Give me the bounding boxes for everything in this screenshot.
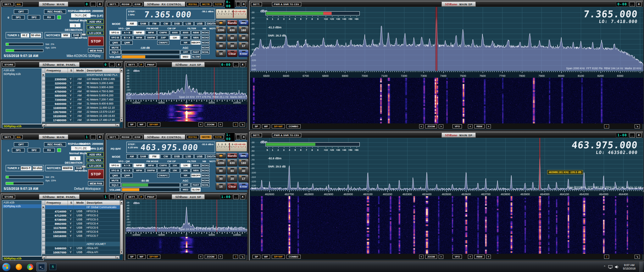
mode-dsb[interactable]: DSB [172,21,182,26]
agc-med[interactable]: MED [180,55,191,59]
aux-spectrum-canvas[interactable] [126,67,247,105]
close-button[interactable]: X [242,2,246,7]
table-row[interactable]: 4750000 Y AM 60 Meters 4.750-5.060 [42,89,120,94]
bank-sdrplay[interactable]: SDRplay.s1b [3,204,42,208]
filter-10k[interactable]: 10K [170,163,180,167]
vfo-b[interactable]: VFO B [109,168,121,173]
table-row[interactable]: 17480000 Y AM 16 Meters 17.480-17.90 [42,118,120,122]
rbw-down-button[interactable]: < [468,124,473,128]
band-30[interactable]: 130 [216,175,226,182]
decimation-value[interactable]: 1 [70,23,80,27]
b-to-a[interactable]: B > A [121,168,133,173]
minimize-button[interactable]: _ [91,135,96,139]
notch-mwfm-button[interactable]: MW/FM [62,166,73,170]
nch2[interactable]: NCH2 [201,168,209,173]
squelch-bar[interactable] [121,50,180,54]
band-17[interactable]: 317 [238,175,249,182]
notch-mw-button[interactable]: MW [61,33,70,37]
cwafc[interactable]: CWAFC [157,173,169,178]
zoom-label[interactable]: ZOOM [205,255,217,259]
table-row[interactable]: 3200000 Y AM 90 Meters 3.200-3.400 [42,81,120,85]
bank-a18[interactable]: A18.s1b [3,201,42,204]
zoom-out-button[interactable]: < [198,122,203,127]
taskbar-icon-console[interactable]: >_ [36,263,47,271]
waterfall-canvas[interactable] [250,78,643,124]
add-vrx-button[interactable]: ADD VRX [87,152,104,156]
store-button[interactable]: STORE [3,195,15,199]
sett-button[interactable]: SETT. [3,135,14,139]
tuned-frequency[interactable]: 463.975.000 [140,143,199,151]
sp-button[interactable]: SP [128,255,136,259]
mute[interactable]: MUTE [109,46,121,50]
sp1-button[interactable]: SP1 [12,15,25,20]
band-630[interactable]: 8630 [227,159,237,166]
col-s[interactable]: S [68,68,74,73]
table-row[interactable]: 8992000 Y USB HFGCS-4 [42,222,120,226]
resize-handle[interactable]: ↘ [635,255,640,259]
close-button[interactable]: X [636,133,641,138]
nchl[interactable]: NCHL [201,183,209,187]
exw-button[interactable]: EXW [133,135,142,139]
zoom-label[interactable]: ZOOM [425,124,437,128]
fm-wfm[interactable]: WFM [133,168,145,173]
rdsw-button[interactable]: RDSW [120,135,131,139]
col-description[interactable]: Description [86,201,120,205]
sp-wf-button[interactable]: SP+WF [147,122,160,127]
stop-button[interactable]: STOP [88,169,104,179]
volume-label[interactable]: VOLUME [109,55,121,59]
wf-button[interactable]: WF [262,124,270,128]
fm-swfm[interactable]: SWFM [145,36,157,40]
zap[interactable]: ZAP [157,168,169,173]
cwpk[interactable]: CWPK [157,31,169,35]
squelch-level[interactable]: -130 dB [133,46,157,50]
table-row[interactable]: 2300000 Y AM 120 Meters 2.300-2.495 [42,77,120,81]
info-button[interactable]: i [233,122,238,127]
minimize-button[interactable]: _ [630,133,635,138]
mode-fm[interactable]: FM [149,21,160,26]
decimation-value[interactable]: 1 [70,156,80,160]
rec-panel-button[interactable]: REC PANEL [44,9,66,14]
resize-handle[interactable]: ↘ [240,255,245,259]
start-button[interactable] [2,263,11,271]
sp-wf-button[interactable]: SP+WF [272,124,285,128]
filter-20k[interactable]: 20K [180,36,191,40]
table-row[interactable]: 13200000 Y USB HFGCS-6 [42,230,120,234]
table-row[interactable]: 6712000 Y USB HFGCS-2 [42,213,120,218]
pmaf-button[interactable]: PMAF [145,63,156,67]
aux-waterfall-canvas[interactable] [126,237,247,255]
tuner-input-button[interactable]: HI Z [21,33,29,37]
nbw[interactable]: NBW [191,31,201,35]
pwr-snr-csv-button[interactable]: PWR & SNR TO CSV [272,133,301,137]
nch4[interactable]: NCH4 [201,46,209,50]
close-button[interactable]: X [240,195,245,199]
vfo-button[interactable]: VFO [452,124,462,128]
sett-button[interactable]: SETT. [3,2,14,6]
sett-button[interactable]: SETT. [108,135,119,139]
vfo-button[interactable]: VFO [452,255,462,259]
sp-wf-button[interactable]: SP+WF [272,255,285,259]
clock[interactable]: 9:07 AM 5/15/2018 [621,264,637,270]
squelch-bar[interactable] [121,183,180,187]
nch3[interactable]: NCH3 [201,41,209,45]
minimize-button[interactable]: _ [236,135,241,139]
info-button[interactable]: i [233,255,238,259]
cwpk[interactable]: CWPK [157,163,169,167]
table-row[interactable]: 13570000 Y AM 22 Meters 13.570-13.87 [42,110,120,114]
filter-12k[interactable]: 12K [180,163,191,167]
opt-button[interactable]: OPT [14,142,28,147]
vfo-b[interactable]: VFO B [109,36,121,40]
vertical-scrollbar[interactable]: ▲▼ [120,68,123,122]
f-button[interactable]: F [139,195,144,199]
f-button[interactable]: F [139,63,144,67]
band-40[interactable]: 640 [238,167,249,174]
sp-wf-button[interactable]: SP+WF [147,255,160,259]
band-80[interactable]: 480 [216,34,226,41]
table-row[interactable]: 4724000 Y USB HFGCS-1 [42,209,120,213]
rx-button[interactable]: RX [43,15,55,20]
col-frequency[interactable]: Frequency [45,201,68,205]
minimize-button[interactable]: _ [236,2,241,7]
fm-nfm[interactable]: NFM [133,163,145,167]
nch1[interactable]: NCH1 [201,31,209,35]
fm-nfm[interactable]: NFM [133,31,145,35]
nch3[interactable]: NCH3 [201,173,209,178]
